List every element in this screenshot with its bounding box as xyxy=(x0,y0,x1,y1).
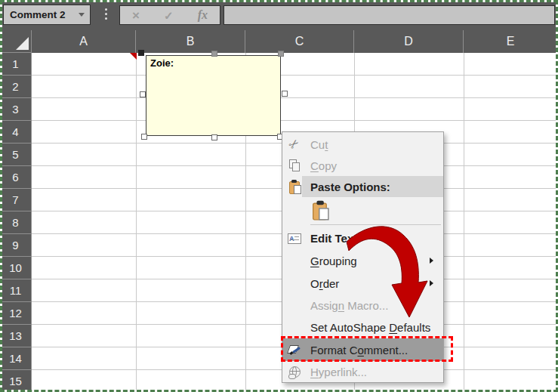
select-all-triangle-icon xyxy=(16,37,29,50)
insert-function-icon[interactable]: fx xyxy=(198,9,208,21)
paste-clipboard-icon[interactable] xyxy=(310,203,325,217)
row-header-2[interactable]: 2 xyxy=(0,76,32,98)
row-header-10[interactable]: 10 xyxy=(0,257,32,279)
gridline xyxy=(136,53,137,392)
row-header-11[interactable]: 11 xyxy=(0,279,32,302)
menu-item-copy[interactable]: Copy xyxy=(282,155,443,176)
menu-item-paste-options: Paste Options: xyxy=(282,176,443,197)
name-box[interactable]: Comment 2 xyxy=(3,5,91,25)
row-header-9[interactable]: 9 xyxy=(0,234,32,257)
column-header-E[interactable]: E xyxy=(464,30,558,53)
row-header-3[interactable]: 3 xyxy=(0,98,32,121)
chevron-down-icon[interactable] xyxy=(79,13,85,17)
row-header-14[interactable]: 14 xyxy=(0,347,32,370)
row-header-13[interactable]: 13 xyxy=(0,325,32,347)
select-all-button[interactable] xyxy=(0,30,32,53)
resize-handle-top-left[interactable] xyxy=(138,50,144,56)
formula-bar-buttons: × ✓ fx xyxy=(119,5,220,25)
column-header-A[interactable]: A xyxy=(32,30,136,53)
cancel-icon[interactable]: × xyxy=(132,9,140,22)
row-header-8[interactable]: 8 xyxy=(0,211,32,234)
column-header-D[interactable]: D xyxy=(354,30,464,53)
row-header-7[interactable]: 7 xyxy=(0,189,32,211)
globe-link-icon xyxy=(287,366,302,378)
row-header-6[interactable]: 6 xyxy=(0,166,32,189)
column-headers: ABCDE xyxy=(32,30,558,53)
row-header-1[interactable]: 1 xyxy=(0,53,32,76)
resize-handle-bottom-left[interactable] xyxy=(141,134,147,140)
gridline xyxy=(464,53,464,392)
row-header-4[interactable]: 4 xyxy=(0,121,32,144)
edit-text-icon: A xyxy=(287,233,302,244)
clipboard-icon xyxy=(287,180,302,193)
formula-bar-splitter xyxy=(105,8,107,20)
resize-handle-bottom-center[interactable] xyxy=(211,134,217,140)
enter-icon[interactable]: ✓ xyxy=(164,10,174,21)
resize-handle-mid-right[interactable] xyxy=(282,91,288,97)
comment-author: Zoie: xyxy=(146,56,280,69)
excel-window: Comment 2 × ✓ fx ABCDE 12345678910111213… xyxy=(0,0,558,392)
comment-box[interactable]: Zoie: xyxy=(146,55,281,136)
column-header-C[interactable]: C xyxy=(245,30,354,53)
comment-indicator-icon xyxy=(130,53,137,60)
row-header-15[interactable]: 15 xyxy=(0,370,32,392)
red-dashed-highlight xyxy=(281,336,453,362)
formula-bar-input[interactable] xyxy=(224,5,555,25)
menu-item-hyperlink[interactable]: Hyperlink... xyxy=(282,361,443,382)
row-header-5[interactable]: 5 xyxy=(0,144,32,166)
scissors-icon: ✂ xyxy=(287,138,302,150)
column-header-B[interactable]: B xyxy=(136,30,245,53)
resize-handle-mid-left[interactable] xyxy=(140,91,146,97)
resize-handle-top-right[interactable] xyxy=(278,51,284,57)
resize-handle-top-center[interactable] xyxy=(211,51,217,57)
row-headers: 123456789101112131415 xyxy=(0,53,32,392)
menu-item-cut[interactable]: ✂ Cut xyxy=(282,134,443,155)
name-box-value: Comment 2 xyxy=(4,9,66,20)
copy-icon xyxy=(287,159,302,172)
row-header-12[interactable]: 12 xyxy=(0,302,32,325)
red-arrow-annotation xyxy=(336,219,434,325)
